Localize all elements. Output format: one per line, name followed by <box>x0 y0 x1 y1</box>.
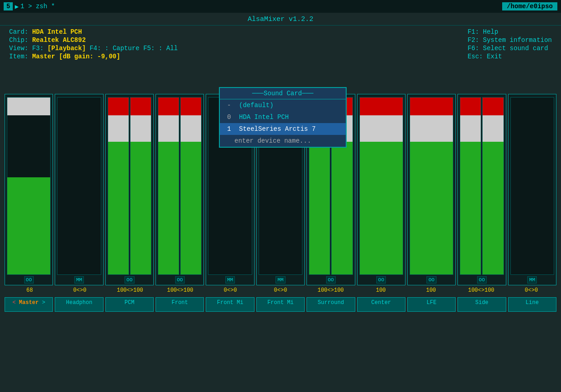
channel-badge: OO <box>24 276 34 284</box>
tab-number[interactable]: 5 <box>4 2 13 10</box>
fader-red-right <box>483 98 503 115</box>
channel-badge: MM <box>74 276 84 284</box>
dialog-item-label: HDA Intel PCH <box>239 113 289 121</box>
channel-name-label[interactable]: Front Mi <box>256 297 305 312</box>
fader-green-right <box>181 142 201 274</box>
channel-value: 68 <box>5 287 55 295</box>
sound-card-dialog: ─── Sound Card ─── -(default)0HDA Intel … <box>219 87 347 148</box>
top-bar: 5 ▶ 1 > zsh * /home/e0ipso <box>0 0 561 13</box>
fader-red-section <box>108 98 129 115</box>
view-label: View: <box>9 45 28 52</box>
fader-left[interactable] <box>460 97 481 275</box>
channel-value: 0<>0 <box>205 287 255 295</box>
dialog-item-3[interactable]: enter device name... <box>220 135 346 147</box>
channel-strip-pcm: OO <box>105 94 154 285</box>
channel-value: 100 <box>356 287 406 295</box>
fader-left[interactable] <box>359 97 403 275</box>
fader-red-right <box>181 98 201 115</box>
channel-value: 100<>100 <box>105 287 155 295</box>
channel-name-label[interactable]: PCM <box>105 297 154 312</box>
channel-name-label[interactable]: < Master > <box>5 297 53 312</box>
fader-container <box>358 96 404 276</box>
view-line: View: F3: [Playback] F4: : Capture F5: :… <box>9 45 178 52</box>
view-all: All <box>166 45 178 52</box>
fader-white-section <box>7 98 50 115</box>
channel-badge: MM <box>527 276 537 284</box>
channel-name-label[interactable]: Side <box>457 297 506 312</box>
chip-line: Chip: Realtek ALC892 <box>9 36 178 44</box>
fader-left[interactable] <box>410 97 453 275</box>
dialog-title: ─── Sound Card ─── <box>220 88 346 99</box>
fader-green-section <box>7 177 50 274</box>
channel-name-label[interactable]: Front <box>156 297 204 312</box>
dialog-item-1[interactable]: 0HDA Intel PCH <box>220 111 346 123</box>
fader-left[interactable] <box>108 97 129 275</box>
f1-hint: F1: Help <box>468 28 498 36</box>
channel-badge: OO <box>125 276 134 284</box>
channel-name-label[interactable]: Center <box>357 297 405 312</box>
status-row: 680<>0100<>100100<>1000<>00<>0100<>10010… <box>0 285 561 297</box>
tab-label: 1 > zsh * <box>21 3 55 10</box>
info-left: Card: HDA Intel PCH Chip: Realtek ALC892… <box>9 28 178 60</box>
channel-names-row: < Master >HeadphonPCMFrontFront MiFront … <box>0 297 561 312</box>
mixer-wrapper: OOMMOOOOMMMMOOOOOOOOMM 680<>0100<>100100… <box>0 62 561 312</box>
fader-green-section <box>158 142 179 274</box>
channel-strip-front: OO <box>156 94 204 285</box>
view-f5: F5: <box>143 45 155 52</box>
fader-red-right <box>130 98 151 115</box>
dialog-item-2[interactable]: 1SteelSeries Arctis 7 <box>220 123 346 135</box>
fader-red-section <box>158 98 179 115</box>
channel-strip-headphon: MM <box>55 94 103 285</box>
dialog-box: ─── Sound Card ─── -(default)0HDA Intel … <box>219 87 347 148</box>
fader-container <box>459 96 504 276</box>
fader-container <box>509 96 555 276</box>
channel-strip-line: MM <box>508 94 556 285</box>
channel-value: 100<>100 <box>306 287 356 295</box>
tab-info: 5 ▶ 1 > zsh * <box>4 2 55 10</box>
channel-value: 0<>0 <box>55 287 105 295</box>
fader-left[interactable] <box>158 97 179 275</box>
card-line: Card: HDA Intel PCH <box>9 28 178 36</box>
channel-value: 100<>100 <box>155 287 205 295</box>
ch-suffix: > <box>42 299 45 306</box>
channel-badge: MM <box>225 276 235 284</box>
channel-name-label[interactable]: LFE <box>407 297 456 312</box>
esc-hint: Esc: Exit <box>468 53 502 60</box>
item-label: Item: <box>9 53 28 60</box>
fader-green-right <box>483 142 503 274</box>
chip-value: Realtek ALC892 <box>32 36 86 44</box>
fader-left[interactable] <box>7 97 51 275</box>
channel-value: 100<>100 <box>456 287 506 295</box>
f6-hint: F6: Select sound card <box>468 45 548 52</box>
fader-container <box>56 96 102 276</box>
chip-label: Chip: <box>9 36 28 44</box>
fader-container <box>409 96 454 276</box>
fader-container <box>157 96 203 276</box>
channel-badge: OO <box>175 276 185 284</box>
fader-right[interactable] <box>130 97 151 275</box>
tab-arrow: ▶ <box>15 3 18 10</box>
card-value: HDA Intel PCH <box>32 28 82 36</box>
fader-left[interactable] <box>57 97 101 275</box>
channel-name-label[interactable]: Front Mi <box>206 297 254 312</box>
ch-master-text: Master <box>19 299 39 306</box>
dialog-item-0[interactable]: -(default) <box>220 99 346 111</box>
fader-right[interactable] <box>482 97 504 275</box>
fader-container <box>107 96 152 276</box>
fader-right[interactable] <box>180 97 202 275</box>
channel-name-label[interactable]: Line <box>508 297 556 312</box>
item-line: Item: Master [dB gain: -9,00] <box>9 53 178 60</box>
fader-green-right <box>130 142 151 274</box>
fader-left[interactable] <box>510 97 554 275</box>
card-label: Card: <box>9 28 28 36</box>
title-text: AlsaMixer v1.2.2 <box>248 15 313 23</box>
channel-strip-side: OO <box>457 94 506 285</box>
fader-red-section <box>460 98 481 115</box>
fader-green-section <box>108 142 129 274</box>
dialog-item-label: (default) <box>239 102 274 109</box>
path-indicator: /home/e0ipso <box>502 2 557 10</box>
fader-green-section <box>460 142 481 274</box>
channel-name-label[interactable]: Surround <box>306 297 355 312</box>
fader-red-section <box>360 98 403 115</box>
channel-name-label[interactable]: Headphon <box>55 297 103 312</box>
